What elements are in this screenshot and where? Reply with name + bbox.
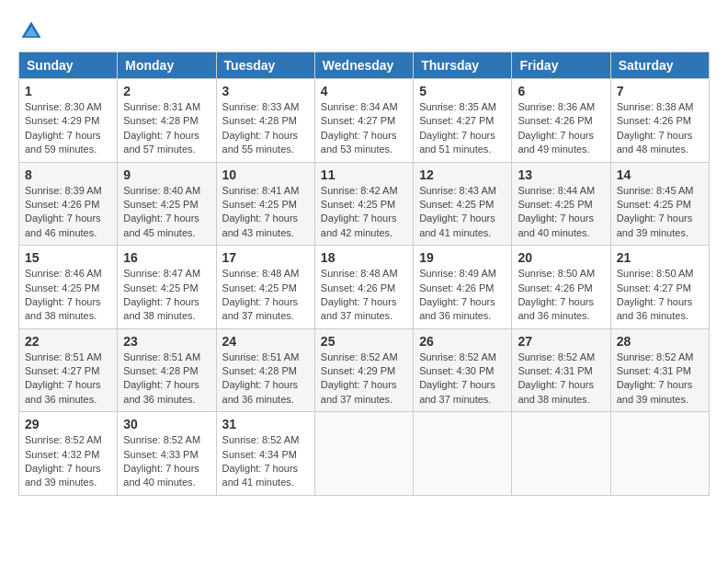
table-row xyxy=(512,412,610,496)
table-row xyxy=(414,412,512,496)
logo xyxy=(18,18,48,44)
day-info: Sunrise: 8:40 AMSunset: 4:25 PMDaylight:… xyxy=(123,184,210,241)
day-info: Sunrise: 8:52 AMSunset: 4:30 PMDaylight:… xyxy=(419,350,506,408)
table-row: 5Sunrise: 8:35 AMSunset: 4:27 PMDaylight… xyxy=(414,79,512,163)
day-number: 23 xyxy=(123,334,210,349)
calendar-week-row: 8Sunrise: 8:39 AMSunset: 4:26 PMDaylight… xyxy=(19,162,710,246)
table-row: 26Sunrise: 8:52 AMSunset: 4:30 PMDayligh… xyxy=(414,328,512,412)
table-row xyxy=(610,412,709,496)
day-info: Sunrise: 8:48 AMSunset: 4:26 PMDaylight:… xyxy=(321,267,407,324)
table-row: 13Sunrise: 8:44 AMSunset: 4:25 PMDayligh… xyxy=(512,162,610,246)
day-number: 2 xyxy=(123,84,210,98)
table-row: 27Sunrise: 8:52 AMSunset: 4:31 PMDayligh… xyxy=(512,328,610,412)
table-row: 18Sunrise: 8:48 AMSunset: 4:26 PMDayligh… xyxy=(314,246,413,329)
day-number: 21 xyxy=(617,250,703,265)
day-info: Sunrise: 8:35 AMSunset: 4:27 PMDaylight:… xyxy=(419,100,506,157)
day-info: Sunrise: 8:52 AMSunset: 4:32 PMDaylight:… xyxy=(25,433,111,490)
calendar-week-row: 29Sunrise: 8:52 AMSunset: 4:32 PMDayligh… xyxy=(19,412,710,496)
day-number: 22 xyxy=(25,334,111,349)
table-row: 21Sunrise: 8:50 AMSunset: 4:27 PMDayligh… xyxy=(610,246,709,329)
calendar-week-row: 22Sunrise: 8:51 AMSunset: 4:27 PMDayligh… xyxy=(19,328,710,412)
day-number: 9 xyxy=(123,167,210,182)
table-row: 8Sunrise: 8:39 AMSunset: 4:26 PMDaylight… xyxy=(19,162,118,246)
table-row: 28Sunrise: 8:52 AMSunset: 4:31 PMDayligh… xyxy=(610,328,709,412)
day-info: Sunrise: 8:48 AMSunset: 4:25 PMDaylight:… xyxy=(222,267,309,324)
table-row: 20Sunrise: 8:50 AMSunset: 4:26 PMDayligh… xyxy=(512,246,610,329)
table-row: 17Sunrise: 8:48 AMSunset: 4:25 PMDayligh… xyxy=(216,246,314,329)
day-header-monday: Monday xyxy=(118,52,216,79)
day-number: 5 xyxy=(419,84,506,98)
day-info: Sunrise: 8:52 AMSunset: 4:31 PMDaylight:… xyxy=(518,350,604,408)
day-info: Sunrise: 8:38 AMSunset: 4:26 PMDaylight:… xyxy=(617,100,703,157)
day-number: 18 xyxy=(321,250,407,265)
day-header-wednesday: Wednesday xyxy=(314,52,413,79)
table-row: 15Sunrise: 8:46 AMSunset: 4:25 PMDayligh… xyxy=(19,246,118,329)
day-number: 28 xyxy=(617,334,703,349)
day-info: Sunrise: 8:52 AMSunset: 4:33 PMDaylight:… xyxy=(123,433,210,490)
day-number: 31 xyxy=(222,417,309,431)
table-row: 23Sunrise: 8:51 AMSunset: 4:28 PMDayligh… xyxy=(118,328,216,412)
day-number: 1 xyxy=(25,84,111,98)
table-row: 25Sunrise: 8:52 AMSunset: 4:29 PMDayligh… xyxy=(314,328,413,412)
day-number: 3 xyxy=(222,84,309,98)
day-info: Sunrise: 8:42 AMSunset: 4:25 PMDaylight:… xyxy=(321,184,407,241)
day-header-saturday: Saturday xyxy=(610,52,709,79)
day-number: 24 xyxy=(222,334,309,349)
day-number: 10 xyxy=(222,167,309,182)
day-header-thursday: Thursday xyxy=(414,52,512,79)
table-row: 2Sunrise: 8:31 AMSunset: 4:28 PMDaylight… xyxy=(118,79,216,163)
day-info: Sunrise: 8:46 AMSunset: 4:25 PMDaylight:… xyxy=(25,267,111,324)
day-info: Sunrise: 8:33 AMSunset: 4:28 PMDaylight:… xyxy=(222,100,309,157)
day-number: 26 xyxy=(419,334,506,349)
day-info: Sunrise: 8:52 AMSunset: 4:31 PMDaylight:… xyxy=(617,350,703,408)
day-info: Sunrise: 8:50 AMSunset: 4:26 PMDaylight:… xyxy=(518,267,604,324)
table-row xyxy=(314,412,413,496)
calendar-body: 1Sunrise: 8:30 AMSunset: 4:29 PMDaylight… xyxy=(19,79,710,496)
calendar: SundayMondayTuesdayWednesdayThursdayFrid… xyxy=(18,52,710,496)
day-header-sunday: Sunday xyxy=(19,52,118,79)
table-row: 6Sunrise: 8:36 AMSunset: 4:26 PMDaylight… xyxy=(512,79,610,163)
day-info: Sunrise: 8:36 AMSunset: 4:26 PMDaylight:… xyxy=(518,100,604,157)
day-number: 4 xyxy=(321,84,407,98)
calendar-week-row: 15Sunrise: 8:46 AMSunset: 4:25 PMDayligh… xyxy=(19,246,710,329)
day-number: 16 xyxy=(123,250,210,265)
day-number: 12 xyxy=(419,167,506,182)
header xyxy=(18,18,710,44)
day-info: Sunrise: 8:52 AMSunset: 4:34 PMDaylight:… xyxy=(222,433,309,490)
day-number: 30 xyxy=(123,417,210,431)
day-number: 14 xyxy=(617,167,703,182)
day-number: 13 xyxy=(518,167,604,182)
calendar-week-row: 1Sunrise: 8:30 AMSunset: 4:29 PMDaylight… xyxy=(19,79,710,163)
table-row: 16Sunrise: 8:47 AMSunset: 4:25 PMDayligh… xyxy=(118,246,216,329)
day-number: 6 xyxy=(518,84,604,98)
day-info: Sunrise: 8:41 AMSunset: 4:25 PMDaylight:… xyxy=(222,184,309,241)
day-number: 20 xyxy=(518,250,604,265)
day-info: Sunrise: 8:51 AMSunset: 4:28 PMDaylight:… xyxy=(123,350,210,408)
day-number: 29 xyxy=(25,417,111,431)
table-row: 7Sunrise: 8:38 AMSunset: 4:26 PMDaylight… xyxy=(610,79,709,163)
table-row: 3Sunrise: 8:33 AMSunset: 4:28 PMDaylight… xyxy=(216,79,314,163)
table-row: 10Sunrise: 8:41 AMSunset: 4:25 PMDayligh… xyxy=(216,162,314,246)
day-number: 27 xyxy=(518,334,604,349)
day-info: Sunrise: 8:51 AMSunset: 4:27 PMDaylight:… xyxy=(25,350,111,408)
day-header-friday: Friday xyxy=(512,52,610,79)
day-info: Sunrise: 8:34 AMSunset: 4:27 PMDaylight:… xyxy=(321,100,407,157)
table-row: 24Sunrise: 8:51 AMSunset: 4:28 PMDayligh… xyxy=(216,328,314,412)
table-row: 22Sunrise: 8:51 AMSunset: 4:27 PMDayligh… xyxy=(19,328,118,412)
day-info: Sunrise: 8:52 AMSunset: 4:29 PMDaylight:… xyxy=(321,350,407,408)
table-row: 9Sunrise: 8:40 AMSunset: 4:25 PMDaylight… xyxy=(118,162,216,246)
day-info: Sunrise: 8:31 AMSunset: 4:28 PMDaylight:… xyxy=(123,100,210,157)
table-row: 12Sunrise: 8:43 AMSunset: 4:25 PMDayligh… xyxy=(414,162,512,246)
day-info: Sunrise: 8:30 AMSunset: 4:29 PMDaylight:… xyxy=(25,100,111,157)
calendar-header-row: SundayMondayTuesdayWednesdayThursdayFrid… xyxy=(19,52,710,79)
table-row: 4Sunrise: 8:34 AMSunset: 4:27 PMDaylight… xyxy=(314,79,413,163)
table-row: 31Sunrise: 8:52 AMSunset: 4:34 PMDayligh… xyxy=(216,412,314,496)
day-info: Sunrise: 8:49 AMSunset: 4:26 PMDaylight:… xyxy=(419,267,506,324)
day-number: 19 xyxy=(419,250,506,265)
day-number: 7 xyxy=(617,84,703,98)
table-row: 11Sunrise: 8:42 AMSunset: 4:25 PMDayligh… xyxy=(314,162,413,246)
day-info: Sunrise: 8:51 AMSunset: 4:28 PMDaylight:… xyxy=(222,350,309,408)
day-info: Sunrise: 8:50 AMSunset: 4:27 PMDaylight:… xyxy=(617,267,703,324)
day-info: Sunrise: 8:44 AMSunset: 4:25 PMDaylight:… xyxy=(518,184,604,241)
day-info: Sunrise: 8:45 AMSunset: 4:25 PMDaylight:… xyxy=(617,184,703,241)
